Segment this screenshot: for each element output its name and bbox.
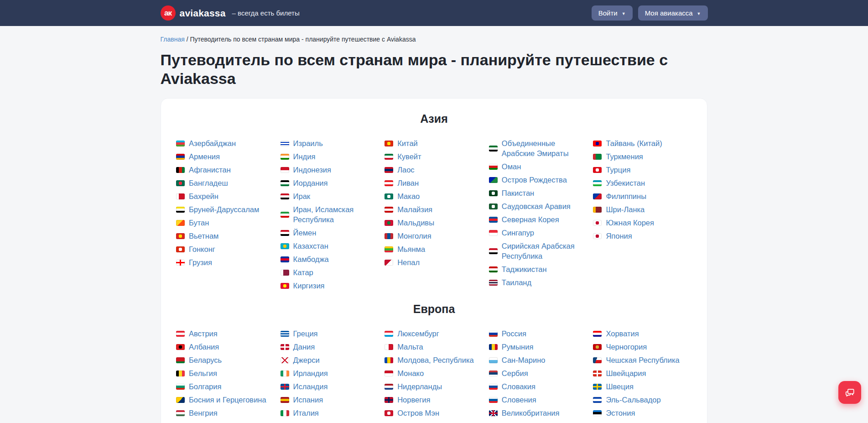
country-link[interactable]: Словения bbox=[489, 395, 536, 405]
country-link[interactable]: Испания bbox=[281, 395, 323, 405]
country-link[interactable]: Шри-Ланка bbox=[593, 204, 645, 214]
country-link[interactable]: Греция bbox=[281, 329, 318, 339]
country-link[interactable]: Монако bbox=[385, 368, 424, 378]
country-link[interactable]: Филиппины bbox=[593, 191, 646, 201]
country-link[interactable]: Непал bbox=[385, 257, 420, 267]
country-link[interactable]: Черногория bbox=[593, 342, 647, 352]
country-link[interactable]: Пакистан bbox=[489, 188, 534, 198]
country-link[interactable]: Япония bbox=[593, 231, 632, 241]
country-link[interactable]: Германия bbox=[176, 421, 223, 423]
country-link[interactable]: Великобритания bbox=[489, 408, 560, 418]
country-link[interactable]: Бахрейн bbox=[176, 191, 218, 201]
country-link[interactable]: Иран, Исламская Республика bbox=[281, 204, 379, 225]
country-link[interactable]: Дания bbox=[281, 342, 315, 352]
country-link[interactable]: Израиль bbox=[281, 138, 323, 148]
country-link[interactable]: Объединенные Арабские Эмираты bbox=[489, 138, 588, 158]
country-link[interactable]: Узбекистан bbox=[593, 178, 645, 188]
country-link[interactable]: Италия bbox=[281, 408, 319, 418]
country-link[interactable]: Лаос bbox=[385, 165, 414, 175]
login-button[interactable]: Войти ▼ bbox=[592, 5, 633, 21]
country-link[interactable]: Сирийская Арабская Республика bbox=[489, 241, 588, 261]
flag-icon bbox=[176, 233, 185, 239]
country-link[interactable]: Остров Мэн bbox=[385, 408, 439, 418]
breadcrumb-home-link[interactable]: Главная bbox=[161, 36, 185, 43]
flag-icon bbox=[176, 260, 185, 266]
country-link[interactable]: Индия bbox=[281, 151, 316, 162]
country-link[interactable]: Чешская Республика bbox=[593, 355, 679, 365]
country-link[interactable]: Тайвань (Китай) bbox=[593, 138, 662, 148]
country-link[interactable]: Исландия bbox=[281, 381, 328, 392]
country-link[interactable]: Папский Престол bbox=[385, 421, 458, 423]
country-link[interactable]: Таджикистан bbox=[489, 264, 547, 274]
country-link[interactable]: Швейцария bbox=[593, 368, 646, 378]
country-link[interactable]: Эль-Сальвадор bbox=[593, 395, 660, 405]
country-link[interactable]: Катар bbox=[281, 267, 313, 277]
country-link[interactable]: Норвегия bbox=[385, 395, 430, 405]
country-link[interactable]: Остров Рождества bbox=[489, 175, 567, 185]
country-link[interactable]: Ирландия bbox=[281, 368, 328, 378]
country-link[interactable]: Швеция bbox=[593, 381, 633, 392]
country-link[interactable]: Люксембург bbox=[385, 329, 439, 339]
country-link[interactable]: Бельгия bbox=[176, 368, 217, 378]
country-link[interactable]: Сан-Марино bbox=[489, 355, 546, 365]
country-link[interactable]: Словакия bbox=[489, 381, 535, 392]
country-link[interactable]: Бангладеш bbox=[176, 178, 228, 188]
country-link[interactable]: Россия bbox=[489, 329, 526, 339]
country-link[interactable]: Беларусь bbox=[176, 355, 222, 365]
country-link[interactable]: Фарерские острова bbox=[489, 421, 570, 423]
country-link[interactable]: Гонконг bbox=[176, 244, 215, 254]
country-label: Йемен bbox=[293, 228, 317, 238]
country-link[interactable]: Йемен bbox=[281, 228, 317, 238]
country-link[interactable]: Албания bbox=[176, 342, 219, 352]
country-link[interactable]: Эстония bbox=[593, 408, 635, 418]
chat-button[interactable] bbox=[838, 381, 861, 404]
country-link[interactable]: Нидерланды bbox=[385, 381, 442, 392]
country-link[interactable]: Иордания bbox=[281, 178, 328, 188]
country-link[interactable]: Бутан bbox=[176, 218, 209, 228]
country-link[interactable]: Казахстан bbox=[281, 241, 328, 251]
country-link[interactable]: Мальта bbox=[385, 342, 423, 352]
country-link[interactable]: Босния и Герцеговина bbox=[176, 395, 266, 405]
country-link[interactable]: Кипр bbox=[281, 421, 310, 423]
country-link[interactable]: Румыния bbox=[489, 342, 534, 352]
country-link[interactable]: Сербия bbox=[489, 368, 528, 378]
flag-icon bbox=[176, 154, 185, 160]
country-link[interactable]: Мьянма bbox=[385, 244, 425, 254]
country-link[interactable]: Венгрия bbox=[176, 408, 218, 418]
country-label: Пакистан bbox=[502, 188, 534, 198]
country-link[interactable]: Бруней-Даруссалам bbox=[176, 204, 259, 214]
country-link[interactable]: Хорватия bbox=[593, 329, 639, 339]
country-link[interactable]: Китай bbox=[385, 138, 418, 148]
country-link[interactable]: Макао bbox=[385, 191, 420, 201]
aviakassa-logo[interactable]: ак aviakassa – всегда есть билеты bbox=[161, 5, 300, 21]
country-link[interactable]: Малайзия bbox=[385, 204, 432, 214]
flag-icon bbox=[385, 246, 393, 252]
my-aviakassa-button[interactable]: Моя авиакасса ▼ bbox=[638, 5, 708, 21]
country-link[interactable]: Кувейт bbox=[385, 151, 421, 162]
country-link[interactable]: Армения bbox=[176, 151, 220, 162]
country-link[interactable]: Киргизия bbox=[281, 281, 325, 291]
country-link[interactable]: Монголия bbox=[385, 231, 431, 241]
country-link[interactable]: Молдова, Республика bbox=[385, 355, 474, 365]
country-link[interactable]: Ливан bbox=[385, 178, 419, 188]
country-link[interactable]: Азербайджан bbox=[176, 138, 236, 148]
country-link[interactable]: Саудовская Аравия bbox=[489, 201, 571, 211]
country-link[interactable]: Таиланд bbox=[489, 277, 531, 287]
country-link[interactable]: Мальдивы bbox=[385, 218, 434, 228]
country-link[interactable]: Южная Корея bbox=[593, 218, 654, 228]
country-link[interactable]: Северная Корея bbox=[489, 214, 559, 225]
country-label: Узбекистан bbox=[606, 178, 645, 188]
country-link[interactable]: Грузия bbox=[176, 257, 212, 267]
country-link[interactable]: Австрия bbox=[176, 329, 218, 339]
country-link[interactable]: Вьетнам bbox=[176, 231, 218, 241]
country-link[interactable]: Сингапур bbox=[489, 228, 534, 238]
country-link[interactable]: Индонезия bbox=[281, 165, 331, 175]
country-link[interactable]: Оман bbox=[489, 162, 521, 172]
country-link[interactable]: Ирак bbox=[281, 191, 310, 201]
country-link[interactable]: Болгария bbox=[176, 381, 221, 392]
country-link[interactable]: Джерси bbox=[281, 355, 320, 365]
country-link[interactable]: Турция bbox=[593, 165, 630, 175]
country-link[interactable]: Туркмения bbox=[593, 151, 643, 162]
country-link[interactable]: Камбоджа bbox=[281, 254, 329, 264]
country-link[interactable]: Афганистан bbox=[176, 165, 231, 175]
